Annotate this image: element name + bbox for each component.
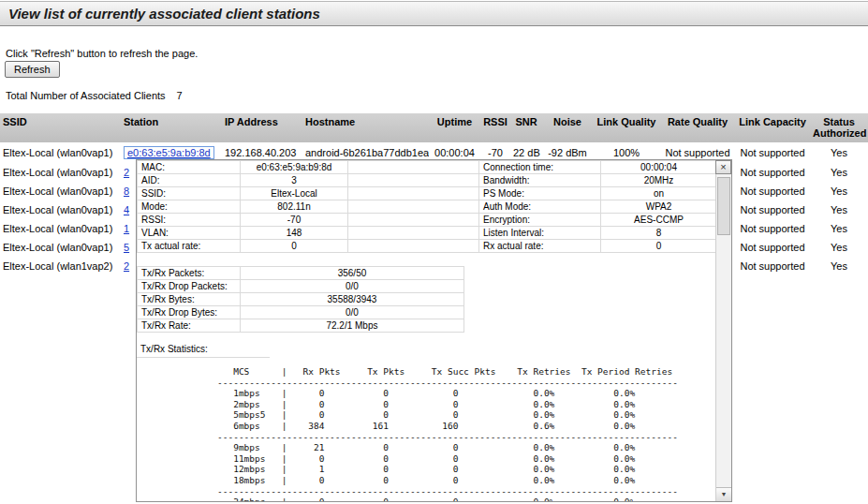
- detail-label: RSSI:: [138, 214, 241, 227]
- client-authorized: Yes: [810, 257, 868, 275]
- close-icon[interactable]: ×: [715, 160, 731, 174]
- selected-station-box: e0:63:e5:9a:b9:8d: [124, 146, 214, 159]
- station-link[interactable]: 5: [124, 242, 129, 253]
- detail-label: PS Mode:: [479, 187, 601, 200]
- station-details-popup: MAC: e0:63:e5:9a:b9:8d Connection time: …: [136, 159, 732, 502]
- counter-row: Tx/Rx Drop Packets: 0/0: [138, 280, 464, 293]
- client-link-capacity: Not supported: [735, 182, 810, 200]
- detail-value: 802.11n: [241, 200, 348, 214]
- counter-value: 0/0: [240, 280, 463, 293]
- client-link-capacity: Not supported: [735, 200, 810, 219]
- detail-value: -70: [241, 214, 348, 227]
- counter-row: Tx/Rx Rate: 72.2/1 Mbps: [138, 319, 464, 333]
- spacer-cell: [348, 240, 479, 253]
- counter-label: Tx/Rx Drop Bytes:: [138, 306, 241, 319]
- detail-label: SSID:: [138, 187, 241, 200]
- counter-value: 0/0: [240, 306, 463, 319]
- col-header-uptime: Uptime: [429, 113, 480, 142]
- detail-value: 00:00:04: [601, 161, 717, 174]
- client-link-capacity: Not supported: [735, 219, 810, 238]
- detail-label: Auth Mode:: [479, 200, 601, 214]
- spacer-cell: [348, 200, 479, 214]
- col-header-station: Station: [121, 113, 222, 142]
- stats-title: Tx/Rx Statistics:: [137, 342, 270, 358]
- popup-scrollbar[interactable]: ▼: [715, 160, 731, 501]
- detail-label: Listen Interval:: [479, 227, 601, 240]
- detail-value: 0: [601, 240, 717, 253]
- client-ssid: Eltex-Local (wlan0vap1): [0, 238, 121, 257]
- scrollbar-thumb[interactable]: [717, 177, 730, 235]
- refresh-button[interactable]: Refresh: [5, 61, 60, 78]
- station-link[interactable]: 8: [124, 185, 129, 197]
- client-authorized: Yes: [810, 200, 868, 219]
- detail-value: Eltex-Local: [241, 187, 348, 200]
- detail-value: 0: [241, 240, 348, 253]
- col-header-status: Status Authorized: [810, 113, 868, 142]
- client-ssid: Eltex-Local (wlan1vap2): [0, 257, 121, 275]
- detail-label: AID:: [138, 174, 241, 187]
- detail-label: Encryption:: [479, 214, 601, 227]
- detail-label: Tx actual rate:: [138, 240, 241, 253]
- detail-row: RSSI: -70 Encryption: AES-CCMP: [138, 214, 717, 227]
- client-authorized: Yes: [810, 238, 868, 257]
- station-link[interactable]: e0:63:e5:9a:b9:8d: [127, 147, 211, 158]
- counter-label: Tx/Rx Rate:: [138, 319, 241, 333]
- total-clients-label: Total Number of Associated Clients: [6, 90, 166, 101]
- counter-label: Tx/Rx Drop Packets:: [138, 280, 241, 293]
- col-header-rssi: RSSI: [480, 113, 510, 142]
- traffic-counters-table: Tx/Rx Packets: 356/50 Tx/Rx Drop Packets…: [137, 266, 464, 333]
- spacer-cell: [348, 214, 479, 227]
- col-header-noise: Noise: [542, 113, 593, 142]
- counter-value: 35588/3943: [240, 293, 463, 306]
- client-ssid: Eltex-Local (wlan0vap1): [0, 200, 121, 219]
- detail-value: AES-CCMP: [601, 214, 717, 227]
- spacer-cell: [348, 187, 479, 200]
- station-link[interactable]: 2: [124, 167, 129, 178]
- station-link[interactable]: 2: [124, 260, 129, 272]
- client-link-capacity: Not supported: [735, 257, 810, 275]
- detail-value: 148: [241, 227, 348, 240]
- detail-value: 8: [601, 227, 717, 240]
- client-link-capacity: Not supported: [735, 238, 810, 257]
- col-header-snr: SNR: [510, 113, 542, 142]
- client-ssid: Eltex-Local (wlan0vap1): [0, 142, 121, 163]
- detail-row: SSID: Eltex-Local PS Mode: on: [138, 187, 717, 200]
- col-header-ip-address: IP Address: [222, 113, 302, 142]
- detail-row: AID: 3 Bandwidth: 20MHz: [138, 174, 717, 187]
- detail-row: MAC: e0:63:e5:9a:b9:8d Connection time: …: [138, 161, 717, 174]
- station-link[interactable]: 4: [124, 204, 129, 215]
- detail-label: Connection time:: [479, 161, 601, 174]
- counter-row: Tx/Rx Bytes: 35588/3943: [138, 293, 464, 306]
- detail-label: Mode:: [138, 200, 241, 214]
- client-link-capacity: Not supported: [735, 142, 810, 163]
- client-authorized: Yes: [810, 182, 868, 200]
- client-link-capacity: Not supported: [735, 163, 810, 182]
- counter-label: Tx/Rx Packets:: [138, 267, 241, 280]
- stats-table: MCS | Rx Pkts Tx Pkts Tx Succ Pkts Tx Re…: [217, 366, 717, 501]
- refresh-hint-text: Click "Refresh" button to refresh the pa…: [6, 48, 198, 59]
- client-authorized: Yes: [810, 142, 868, 163]
- client-ssid: Eltex-Local (wlan0vap1): [0, 182, 121, 200]
- counter-value: 356/50: [240, 267, 463, 280]
- scrollbar-down-arrow-icon[interactable]: ▼: [716, 487, 731, 501]
- total-clients: Total Number of Associated Clients7: [6, 90, 183, 101]
- detail-value: on: [601, 187, 717, 200]
- client-ssid: Eltex-Local (wlan0vap1): [0, 219, 121, 238]
- detail-label: VLAN:: [138, 227, 241, 240]
- detail-value: e0:63:e5:9a:b9:8d: [241, 161, 348, 174]
- col-header-ssid: SSID: [0, 113, 121, 142]
- counter-label: Tx/Rx Bytes:: [138, 293, 241, 306]
- col-header-hostname: Hostname: [302, 113, 429, 142]
- total-clients-value: 7: [177, 90, 183, 101]
- col-header-rate-quality: Rate Quality: [660, 113, 735, 142]
- spacer-cell: [348, 227, 479, 240]
- detail-value: WPA2: [601, 200, 717, 214]
- detail-row: Tx actual rate: 0 Rx actual rate: 0: [138, 240, 717, 253]
- client-authorized: Yes: [810, 219, 868, 238]
- detail-row: Mode: 802.11n Auth Mode: WPA2: [138, 200, 717, 214]
- detail-label: Rx actual rate:: [479, 240, 601, 253]
- client-authorized: Yes: [810, 163, 868, 182]
- table-header-row: SSID Station IP Address Hostname Uptime …: [0, 113, 868, 142]
- counter-value: 72.2/1 Mbps: [240, 319, 463, 333]
- station-link[interactable]: 1: [124, 223, 129, 234]
